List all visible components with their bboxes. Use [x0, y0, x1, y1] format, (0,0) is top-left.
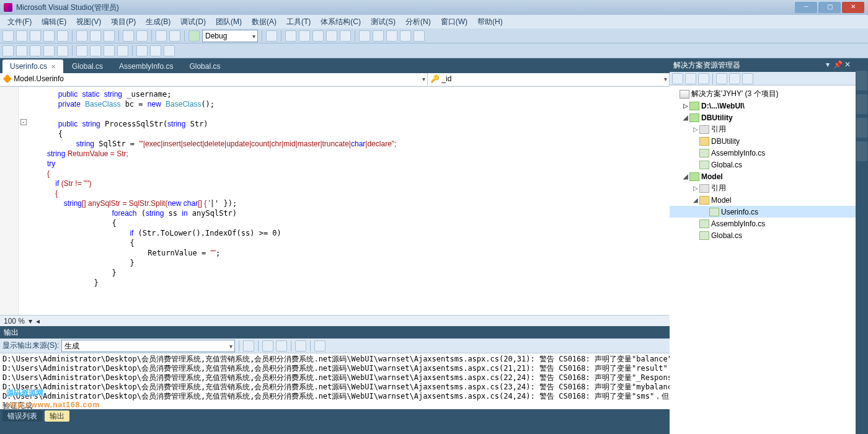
- side-3[interactable]: [856, 118, 867, 138]
- t2-12[interactable]: [164, 45, 175, 56]
- output-next-button[interactable]: [276, 340, 287, 352]
- tree-node[interactable]: AssemblyInfo.cs: [670, 147, 856, 159]
- extra-1[interactable]: [285, 30, 296, 42]
- tree-node[interactable]: ▷引用: [670, 123, 856, 135]
- undo-button[interactable]: [123, 30, 134, 42]
- bottom-tab[interactable]: 错误列表: [2, 410, 42, 422]
- save-button[interactable]: [43, 30, 55, 42]
- t2-5[interactable]: [57, 45, 68, 56]
- menu-item[interactable]: 文件(F): [2, 17, 37, 27]
- t2-4[interactable]: [43, 45, 55, 56]
- side-1[interactable]: [856, 71, 867, 91]
- save-all-button[interactable]: [57, 30, 68, 42]
- open-button[interactable]: [30, 30, 41, 42]
- sol-tb-6[interactable]: [742, 73, 753, 84]
- sol-tb-5[interactable]: [729, 73, 740, 84]
- cut-button[interactable]: [76, 30, 87, 42]
- expand-icon[interactable]: ▷: [692, 185, 699, 192]
- extra-10[interactable]: [414, 30, 425, 42]
- menu-item[interactable]: 窗口(W): [436, 17, 472, 27]
- menu-item[interactable]: 视图(V): [71, 17, 106, 27]
- tree-node[interactable]: ▷引用: [670, 182, 856, 194]
- t2-11[interactable]: [150, 45, 161, 56]
- menu-item[interactable]: 生成(B): [141, 17, 175, 27]
- output-wrap-button[interactable]: [314, 340, 326, 352]
- extra-5[interactable]: [340, 30, 351, 42]
- find-button[interactable]: [266, 30, 277, 42]
- nav-back-button[interactable]: [156, 30, 167, 42]
- solution-tree[interactable]: 解决方案'JYHY' (3 个项目)▷D:\...\WebUI\◢DBUtili…: [670, 86, 856, 434]
- t2-8[interactable]: [104, 45, 115, 56]
- tree-node[interactable]: AssemblyInfo.cs: [670, 218, 856, 229]
- side-2[interactable]: [856, 94, 867, 114]
- t2-3[interactable]: [30, 45, 41, 56]
- expand-icon[interactable]: ◢: [682, 173, 689, 180]
- t2-7[interactable]: [90, 45, 101, 56]
- doc-tab[interactable]: Global.cs: [64, 60, 110, 73]
- tree-node[interactable]: DBUtility: [670, 135, 856, 147]
- output-clear-button[interactable]: [295, 340, 306, 352]
- menu-item[interactable]: 项目(P): [106, 17, 141, 27]
- output-prev-button[interactable]: [262, 340, 273, 352]
- menu-item[interactable]: 分析(N): [401, 17, 436, 27]
- menu-item[interactable]: 工具(T): [281, 17, 316, 27]
- tab-close-icon[interactable]: ✕: [51, 63, 56, 70]
- menu-item[interactable]: 团队(M): [211, 17, 247, 27]
- extra-2[interactable]: [299, 30, 310, 42]
- t2-10[interactable]: [136, 45, 148, 56]
- zoom-dropdown-icon[interactable]: ▾: [29, 317, 32, 326]
- menu-item[interactable]: 测试(S): [366, 17, 401, 27]
- code-editor[interactable]: - public static string _username; privat…: [0, 87, 670, 315]
- extra-4[interactable]: [326, 30, 337, 42]
- side-4[interactable]: [856, 141, 867, 161]
- expand-icon[interactable]: ▷: [692, 126, 699, 133]
- menu-item[interactable]: 数据(A): [247, 17, 281, 27]
- doc-tab[interactable]: Userinfo.cs✕: [2, 60, 63, 73]
- output-find-button[interactable]: [243, 340, 254, 352]
- tree-node[interactable]: ◢Model: [670, 194, 856, 206]
- doc-tab[interactable]: Global.cs: [182, 60, 228, 73]
- tree-node[interactable]: Global.cs: [670, 229, 856, 241]
- minimize-button[interactable]: ─: [795, 2, 817, 13]
- start-debug-button[interactable]: [188, 30, 200, 42]
- sol-tb-4[interactable]: [716, 73, 727, 84]
- panel-close-icon[interactable]: ✕: [843, 61, 852, 69]
- sol-tb-3[interactable]: [698, 73, 709, 84]
- menu-item[interactable]: 帮助(H): [472, 17, 508, 27]
- type-combo[interactable]: 🔶 Model.Userinfo: [0, 73, 428, 86]
- menu-item[interactable]: 调试(D): [175, 17, 211, 27]
- extra-8[interactable]: [386, 30, 397, 42]
- t2-2[interactable]: [16, 45, 27, 56]
- paste-button[interactable]: [104, 30, 115, 42]
- t2-6[interactable]: [76, 45, 87, 56]
- doc-tab[interactable]: AssemblyInfo.cs: [112, 60, 180, 73]
- tree-node[interactable]: Userinfo.cs: [670, 206, 856, 218]
- collapse-toggle[interactable]: -: [20, 119, 27, 125]
- add-item-button[interactable]: [16, 30, 27, 42]
- expand-icon[interactable]: ◢: [692, 197, 699, 203]
- expand-icon[interactable]: ◢: [682, 114, 689, 121]
- member-combo[interactable]: 🔑 _id: [428, 73, 670, 86]
- new-project-button[interactable]: [2, 30, 14, 42]
- extra-6[interactable]: [359, 30, 370, 42]
- menu-item[interactable]: 体系结构(C): [316, 17, 366, 27]
- zoom-level[interactable]: 100 %: [4, 317, 25, 326]
- sol-tb-2[interactable]: [685, 73, 696, 84]
- menu-item[interactable]: 编辑(E): [37, 17, 71, 27]
- sol-tb-1[interactable]: [672, 73, 683, 84]
- tree-node[interactable]: Global.cs: [670, 159, 856, 170]
- close-button[interactable]: ✕: [842, 2, 864, 13]
- extra-7[interactable]: [373, 30, 384, 42]
- maximize-button[interactable]: ▢: [818, 2, 841, 13]
- tree-node[interactable]: 解决方案'JYHY' (3 个项目): [670, 88, 856, 100]
- tree-node[interactable]: ▷D:\...\WebUI\: [670, 100, 856, 112]
- tree-node[interactable]: ◢Model: [670, 170, 856, 182]
- expand-icon[interactable]: ▷: [682, 102, 689, 109]
- output-source-combo[interactable]: 生成: [61, 340, 235, 352]
- output-body[interactable]: D:\Users\Administrator\Desktop\会员消费管理系统,…: [0, 353, 670, 409]
- copy-button[interactable]: [90, 30, 101, 42]
- extra-9[interactable]: [400, 30, 411, 42]
- t2-9[interactable]: [117, 45, 128, 56]
- t2-1[interactable]: [2, 45, 14, 56]
- nav-fwd-button[interactable]: [169, 30, 180, 42]
